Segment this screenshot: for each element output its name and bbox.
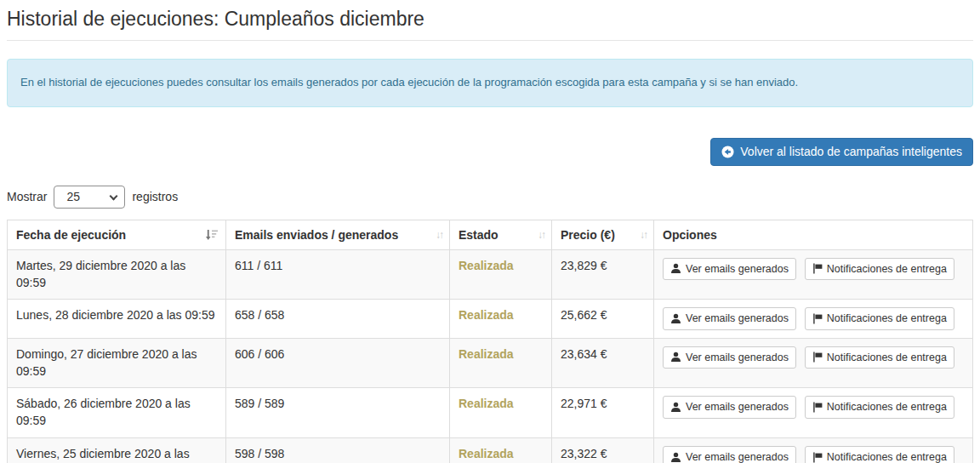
cell-precio: 23,322 € [552, 438, 654, 463]
notificaciones-de-entrega-button[interactable]: Notificaciones de entrega [805, 396, 954, 418]
cell-emails: 658 / 658 [226, 300, 450, 338]
ver-emails-generados-button[interactable]: Ver emails generados [663, 396, 796, 418]
cell-estado-badge: Realizada [450, 388, 552, 438]
action-label: Notificaciones de entrega [827, 450, 947, 463]
action-label: Notificaciones de entrega [827, 312, 947, 325]
cell-precio: 22,971 € [552, 388, 654, 438]
cell-precio: 25,662 € [552, 300, 654, 338]
column-label: Estado [459, 228, 499, 242]
cell-fecha: Martes, 29 diciembre 2020 a las 09:59 [8, 249, 226, 300]
info-alert-text: En el historial de ejecuciones puedes co… [20, 76, 798, 89]
column-label: Precio (€) [561, 228, 615, 242]
cell-emails: 589 / 589 [226, 388, 450, 438]
page-header: Historial de ejecuciones: Cumpleaños dic… [7, 0, 973, 41]
table-row: Domingo, 27 diciembre 2020 a las 09:59 6… [8, 338, 973, 388]
cell-emails: 606 / 606 [226, 338, 450, 388]
table-body: Martes, 29 diciembre 2020 a las 09:59 61… [8, 249, 973, 463]
cell-estado-badge: Realizada [450, 438, 552, 463]
flag-icon [812, 402, 823, 413]
action-label: Notificaciones de entrega [827, 262, 947, 276]
ver-emails-generados-button[interactable]: Ver emails generados [663, 446, 796, 463]
cell-opciones: Ver emails generados Notificaciones de e… [654, 249, 973, 300]
table-header: Fecha de ejecución Emails enviados / gen… [8, 220, 973, 249]
user-icon [670, 263, 681, 274]
cell-fecha: Viernes, 25 diciembre 2020 a las 09:59 [8, 438, 226, 463]
page-container: Historial de ejecuciones: Cumpleaños dic… [0, 0, 980, 463]
user-icon [670, 402, 681, 413]
notificaciones-de-entrega-button[interactable]: Notificaciones de entrega [805, 258, 954, 280]
cell-opciones: Ver emails generados Notificaciones de e… [654, 338, 973, 388]
user-icon [670, 452, 681, 463]
executions-table: Fecha de ejecución Emails enviados / gen… [7, 220, 973, 463]
flag-icon [812, 313, 823, 324]
flag-icon [812, 452, 823, 463]
action-label: Ver emails generados [686, 450, 789, 463]
cell-estado-badge: Realizada [450, 300, 552, 338]
ver-emails-generados-button[interactable]: Ver emails generados [663, 346, 796, 369]
ver-emails-generados-button[interactable]: Ver emails generados [663, 307, 796, 329]
cell-fecha: Domingo, 27 diciembre 2020 a las 09:59 [8, 338, 226, 388]
action-label: Ver emails generados [686, 400, 789, 414]
sort-both-icon: ↓↑ [538, 229, 544, 241]
action-label: Ver emails generados [686, 262, 789, 276]
back-button-label: Volver al listado de campañas inteligent… [740, 145, 962, 159]
info-alert: En el historial de ejecuciones puedes co… [7, 59, 973, 107]
action-label: Notificaciones de entrega [827, 400, 947, 414]
action-label: Ver emails generados [686, 312, 789, 325]
cell-emails: 611 / 611 [226, 249, 450, 300]
column-header-opciones: Opciones [654, 220, 973, 249]
table-row: Martes, 29 diciembre 2020 a las 09:59 61… [8, 249, 973, 300]
ver-emails-generados-button[interactable]: Ver emails generados [663, 258, 796, 280]
page-length-select-wrap: 25 [54, 186, 125, 209]
column-label: Fecha de ejecución [16, 228, 126, 242]
arrow-circle-left-icon [721, 146, 734, 158]
column-header-precio[interactable]: Precio (€) ↓↑ [552, 220, 654, 249]
column-label: Opciones [663, 228, 717, 242]
cell-emails: 598 / 598 [226, 438, 450, 463]
cell-estado-badge: Realizada [450, 249, 552, 300]
sort-desc-icon [206, 229, 219, 241]
notificaciones-de-entrega-button[interactable]: Notificaciones de entrega [805, 346, 954, 369]
cell-estado-badge: Realizada [450, 338, 552, 388]
length-control: Mostrar 25 registros [7, 186, 973, 209]
cell-fecha: Sábado, 26 diciembre 2020 a las 09:59 [8, 388, 226, 438]
page-length-select[interactable]: 25 [54, 186, 125, 209]
user-icon [670, 352, 681, 363]
notificaciones-de-entrega-button[interactable]: Notificaciones de entrega [805, 307, 954, 329]
sort-both-icon: ↓↑ [436, 229, 442, 241]
cell-opciones: Ver emails generados Notificaciones de e… [654, 300, 973, 338]
table-row: Lunes, 28 diciembre 2020 a las 09:59 658… [8, 300, 973, 338]
column-header-fecha[interactable]: Fecha de ejecución [8, 220, 226, 249]
column-header-emails[interactable]: Emails enviados / generados ↓↑ [226, 220, 450, 249]
toolbar: Volver al listado de campañas inteligent… [7, 138, 973, 166]
cell-opciones: Ver emails generados Notificaciones de e… [654, 388, 973, 438]
length-suffix-label: registros [132, 190, 178, 203]
notificaciones-de-entrega-button[interactable]: Notificaciones de entrega [805, 446, 954, 463]
sort-both-icon: ↓↑ [640, 229, 647, 241]
column-header-estado[interactable]: Estado ↓↑ [450, 220, 552, 249]
action-label: Notificaciones de entrega [827, 351, 947, 364]
column-label: Emails enviados / generados [235, 228, 398, 242]
back-to-campaigns-button[interactable]: Volver al listado de campañas inteligent… [710, 138, 973, 166]
user-icon [670, 313, 681, 324]
flag-icon [812, 263, 823, 274]
page-title: Historial de ejecuciones: Cumpleaños dic… [7, 8, 973, 31]
cell-precio: 23,634 € [552, 338, 654, 388]
length-prefix-label: Mostrar [7, 190, 47, 203]
flag-icon [812, 352, 823, 363]
cell-fecha: Lunes, 28 diciembre 2020 a las 09:59 [8, 300, 226, 338]
cell-opciones: Ver emails generados Notificaciones de e… [654, 438, 973, 463]
action-label: Ver emails generados [686, 351, 789, 364]
table-row: Viernes, 25 diciembre 2020 a las 09:59 5… [8, 438, 973, 463]
table-row: Sábado, 26 diciembre 2020 a las 09:59 58… [8, 388, 973, 438]
cell-precio: 23,829 € [552, 249, 654, 300]
